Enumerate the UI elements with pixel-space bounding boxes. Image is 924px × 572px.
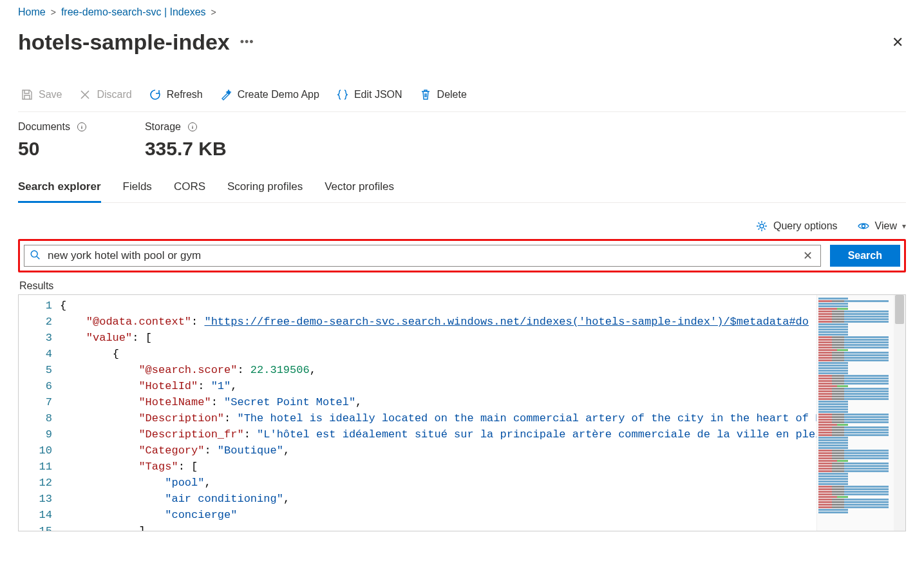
documents-label: Documents [18,121,70,133]
view-dropdown[interactable]: View ▾ [857,220,906,233]
storage-stat: Storage 335.7 KB [145,121,227,160]
refresh-label: Refresh [167,89,203,100]
info-icon[interactable] [187,122,198,132]
documents-value: 50 [18,138,87,160]
svg-point-4 [31,251,37,257]
tabs: Search explorer Fields CORS Scoring prof… [18,180,906,203]
refresh-icon [149,88,162,101]
toolbar: Save Discard Refresh Create Demo App Edi… [18,81,906,112]
storage-value: 335.7 KB [145,138,227,160]
view-icon [857,220,870,233]
delete-button[interactable]: Delete [417,87,469,102]
close-icon [79,88,91,101]
scrollbar-thumb[interactable] [895,295,904,324]
edit-json-button[interactable]: Edit JSON [334,87,405,102]
trash-icon [419,88,432,101]
discard-button[interactable]: Discard [76,87,134,102]
more-actions-button[interactable]: ••• [240,35,254,49]
tab-search-explorer[interactable]: Search explorer [18,180,101,202]
view-label: View [875,220,897,232]
breadcrumb-home[interactable]: Home [18,6,46,18]
create-demo-button[interactable]: Create Demo App [217,87,322,102]
results-editor: 123456789101112131415 { "@odata.context"… [18,294,906,531]
page-title: hotels-sample-index [18,30,230,55]
chevron-right-icon: > [211,7,216,17]
results-label: Results [18,280,906,292]
discard-label: Discard [97,89,131,100]
search-button[interactable]: Search [830,245,900,267]
breadcrumb-service[interactable]: free-demo-search-svc | Indexes [61,6,206,18]
save-button[interactable]: Save [18,87,64,102]
info-icon[interactable] [77,122,87,132]
line-gutter: 123456789101112131415 [19,295,60,531]
save-label: Save [39,89,62,100]
create-demo-label: Create Demo App [238,89,319,100]
chevron-right-icon: > [51,7,56,17]
json-results[interactable]: { "@odata.context": "https://free-demo-s… [60,295,816,531]
tab-cors[interactable]: CORS [174,180,205,202]
clear-search-button[interactable]: ✕ [800,249,815,263]
storage-label: Storage [145,121,181,133]
tab-scoring-profiles[interactable]: Scoring profiles [227,180,303,202]
edit-json-label: Edit JSON [354,89,402,100]
tab-fields[interactable]: Fields [123,180,152,202]
gear-icon [755,220,768,233]
refresh-button[interactable]: Refresh [146,87,205,102]
query-options-button[interactable]: Query options [755,220,838,233]
chevron-down-icon: ▾ [902,222,906,231]
tab-vector-profiles[interactable]: Vector profiles [325,180,394,202]
delete-label: Delete [437,89,467,100]
search-icon [30,249,41,263]
minimap[interactable] [816,295,894,531]
breadcrumb: Home > free-demo-search-svc | Indexes > [18,6,906,18]
close-button[interactable]: ✕ [889,32,906,53]
search-row-highlight: ✕ Search [18,239,906,272]
braces-icon [336,88,349,101]
wand-icon [220,88,232,101]
search-input[interactable] [48,249,800,262]
svg-point-2 [760,224,764,228]
save-icon [21,88,33,101]
search-box: ✕ [24,245,821,267]
documents-stat: Documents 50 [18,121,87,160]
svg-point-3 [862,225,865,228]
scrollbar[interactable] [894,295,905,531]
query-options-label: Query options [773,220,838,232]
